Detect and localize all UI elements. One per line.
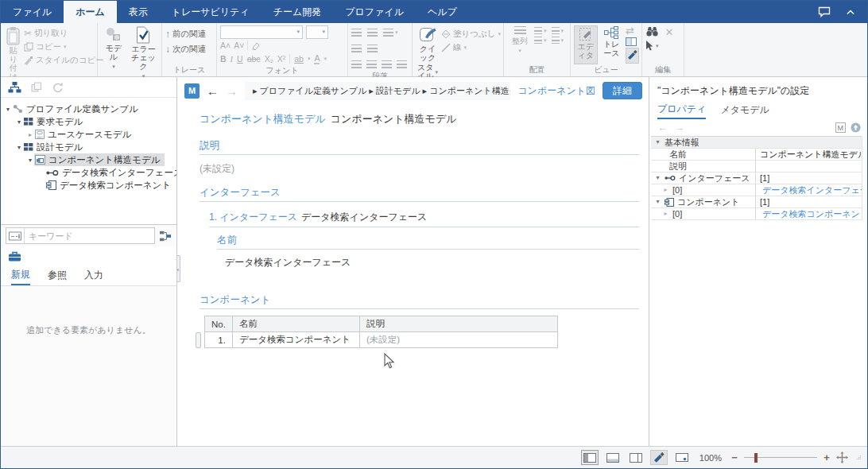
expand-arrow-icon[interactable]: ▾ [15, 144, 23, 151]
prev-relation-button[interactable]: ↑前の関連 [165, 28, 214, 41]
tab-reference[interactable]: 参照 [48, 266, 67, 285]
property-row-component[interactable]: ▾ コンポーネント [1] [651, 196, 862, 208]
tab-metamodel[interactable]: メタモデル [720, 100, 769, 119]
expand-arrow-icon[interactable]: ▸ [662, 208, 669, 219]
tab-new[interactable]: 新規 [11, 266, 30, 285]
clear-format-icon[interactable] [251, 41, 261, 50]
superscript-button[interactable]: X² [277, 54, 286, 64]
property-row-interface-0[interactable]: ▸ [0] データ検索インターフェース:イ… [651, 184, 862, 196]
align-right-icon[interactable] [382, 60, 392, 68]
interface-item-link[interactable]: 1. インターフェース [209, 211, 297, 223]
layout-right-button[interactable] [627, 450, 645, 465]
tree-item-requirement-model[interactable]: ▾ 要求モデル [1, 115, 176, 128]
component-diagram-link[interactable]: コンポーネント図 [517, 84, 595, 98]
trace-view-button[interactable]: トレース [599, 25, 624, 64]
bold-button[interactable]: B [220, 54, 227, 64]
refresh-icon[interactable] [52, 82, 63, 92]
strikethrough-button[interactable]: abc [247, 54, 261, 64]
split-view-icon[interactable] [626, 37, 637, 46]
menu-tab-profile[interactable]: プロファイル [333, 1, 416, 23]
format-paint-toggle[interactable] [650, 450, 668, 465]
keyword-search-input[interactable] [25, 231, 154, 241]
tree-item-usecase-model[interactable]: ▸ ユースケースモデル [1, 128, 176, 141]
prop-forward-button[interactable]: → [674, 122, 684, 134]
font-color-button[interactable]: A [314, 53, 320, 64]
font-family-select[interactable]: ▾ [220, 25, 303, 39]
prop-component-link[interactable]: データ検索コンポーネント:コン… [762, 208, 862, 219]
table-row[interactable]: 1. データ検索コンポーネント (未設定) [205, 332, 558, 348]
resize-grip-icon[interactable] [854, 454, 861, 461]
expand-arrow-icon[interactable]: ▾ [4, 106, 12, 113]
zoom-in-button[interactable]: + [823, 452, 831, 463]
zoom-slider-handle[interactable] [754, 453, 758, 463]
theme-paint-toggle[interactable] [626, 48, 639, 64]
nav-forward-button[interactable]: → [226, 84, 238, 98]
expand-arrow-icon[interactable]: ▸ [26, 131, 34, 138]
layout-explorer-button[interactable] [581, 450, 599, 465]
shrink-font-icon[interactable]: A˅ [234, 41, 244, 50]
increase-indent-icon[interactable] [367, 45, 378, 52]
expand-arrow-icon[interactable]: ▸ [662, 184, 669, 196]
prop-interface-link[interactable]: データ検索インターフェース:イ… [762, 184, 862, 196]
menu-tab-view[interactable]: 表示 [117, 1, 160, 23]
distribute-icon[interactable] [552, 37, 560, 44]
menu-tab-help[interactable]: ヘルプ [416, 1, 469, 23]
collapse-arrow-icon[interactable]: ▾ [654, 172, 661, 184]
zoom-slider[interactable] [744, 452, 817, 463]
duplicate-icon[interactable] [31, 82, 42, 92]
align-center-icon[interactable] [366, 60, 377, 68]
menu-tab-traceability[interactable]: トレーサビリティ [160, 1, 262, 23]
collapse-arrow-icon[interactable]: ▾ [654, 196, 661, 207]
font-size-select[interactable]: ▾ [306, 25, 328, 39]
model-button[interactable]: モデル ▾ [101, 25, 126, 81]
panel-collapse-handle[interactable]: ◂ [177, 255, 180, 282]
numbered-list-icon[interactable] [367, 29, 378, 37]
expand-arrow-icon[interactable]: ▾ [15, 118, 23, 126]
table-row-handle[interactable] [196, 332, 201, 348]
property-row-name[interactable]: 名前 コンポーネント構造モデル [651, 149, 862, 161]
subscript-button[interactable]: X₂ [265, 54, 273, 64]
property-row-interface[interactable]: ▾ インターフェース [1] [651, 172, 862, 184]
find-binoculars-icon[interactable] [646, 26, 658, 37]
error-check-button[interactable]: エラーチェック ▾ [128, 25, 159, 81]
menu-tab-team[interactable]: チーム開発 [262, 1, 334, 23]
fill-button[interactable]: 塗りつぶし▾ [441, 28, 501, 41]
tree-item-data-search-component[interactable]: データ検索コンポーネント [1, 179, 176, 192]
align-left-icon[interactable] [351, 60, 362, 68]
swap-panes-icon[interactable]: ⇄ [626, 26, 639, 36]
highlight-color-button[interactable]: ab [294, 54, 304, 64]
tab-input[interactable]: 入力 [84, 266, 103, 285]
editor-view-button[interactable]: エディタ [574, 25, 598, 64]
zoom-out-button[interactable]: − [730, 452, 738, 463]
line-button[interactable]: 線▾ [441, 41, 501, 54]
prop-back-button[interactable]: ← [657, 122, 668, 134]
tree-item-data-search-interface[interactable]: データ検索インターフェース [1, 166, 176, 179]
collapse-ribbon-icon[interactable] [847, 10, 854, 15]
keyword-mode-button[interactable] [6, 228, 25, 243]
layout-bottom-button[interactable] [604, 450, 622, 465]
property-group-basic[interactable]: ▾ 基本情報 [651, 137, 862, 149]
multilevel-list-icon[interactable] [383, 29, 393, 37]
italic-button[interactable]: I [231, 55, 234, 64]
breadcrumb[interactable]: ▸ プロファイル定義サンプル ▸ 設計モデル ▸ コンポーネント構造モデル ▸ [245, 82, 510, 100]
property-row-component-0[interactable]: ▸ [0] データ検索コンポーネント:コン… [651, 208, 862, 220]
tree-item-design-model[interactable]: ▾ 設計モデル [1, 141, 176, 153]
copy-button[interactable]: コピー▾ [24, 41, 104, 53]
nav-back-button[interactable]: ← [207, 84, 219, 98]
menu-tab-home[interactable]: ホーム [64, 1, 117, 23]
underline-button[interactable]: U [237, 54, 243, 64]
paste-button[interactable]: 貼り付け [4, 25, 22, 82]
decrease-indent-icon[interactable] [351, 45, 362, 52]
style-copy-button[interactable]: スタイルのコピー [24, 54, 104, 67]
detail-button[interactable]: 詳細 [603, 82, 642, 99]
justify-icon[interactable] [397, 60, 407, 68]
order-icon[interactable] [552, 27, 560, 34]
structure-tree-icon[interactable] [8, 82, 21, 93]
cut-button[interactable]: ✂切り取り [24, 27, 104, 40]
pan-icon[interactable] [836, 452, 848, 463]
select-cursor-icon[interactable] [645, 41, 654, 51]
metamodel-jump-icon[interactable]: M [835, 122, 846, 133]
tree-item-profile-sample[interactable]: ▾ プロファイル定義サンプル [1, 103, 176, 115]
presentation-button[interactable] [673, 450, 691, 465]
property-row-description[interactable]: 説明 [651, 161, 862, 172]
